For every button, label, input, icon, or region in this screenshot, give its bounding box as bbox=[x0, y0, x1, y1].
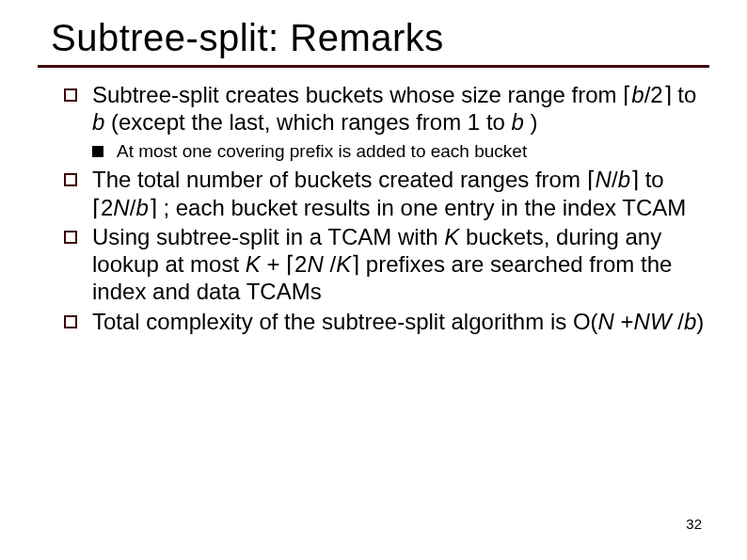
text: Subtree-split creates buckets whose size… bbox=[92, 82, 631, 107]
var-b: b bbox=[618, 167, 630, 192]
bullet-2-text: The total number of buckets created rang… bbox=[92, 166, 709, 221]
var-n: N bbox=[307, 251, 323, 277]
bullet-1-text: Subtree-split creates buckets whose size… bbox=[92, 81, 709, 136]
slide-title: Subtree-split: Remarks bbox=[38, 17, 709, 65]
var-n: N bbox=[113, 195, 129, 220]
bullet-3: Using subtree-split in a TCAM with K buc… bbox=[64, 223, 709, 306]
bullet-4-text: Total complexity of the subtree-split al… bbox=[92, 308, 704, 335]
text: The total number of buckets created rang… bbox=[92, 167, 596, 192]
bullet-1-sub: At most one covering prefix is added to … bbox=[64, 140, 709, 163]
text: (except the last, which ranges from 1 to bbox=[104, 109, 511, 135]
text: / bbox=[324, 251, 336, 277]
var-n: N bbox=[596, 167, 612, 192]
bullet-1-sub-text: At most one covering prefix is added to … bbox=[117, 140, 527, 163]
var-n: N bbox=[598, 309, 614, 334]
text: + bbox=[614, 309, 634, 334]
slide: Subtree-split: Remarks Subtree-split cre… bbox=[0, 0, 747, 560]
bullet-4: Total complexity of the subtree-split al… bbox=[64, 308, 709, 335]
var-b: b bbox=[135, 195, 148, 220]
text: / bbox=[672, 309, 684, 334]
text: ) bbox=[524, 109, 538, 135]
page-number: 32 bbox=[686, 516, 702, 532]
var-b: b bbox=[631, 82, 644, 107]
var-b: b bbox=[684, 309, 696, 334]
title-underline bbox=[38, 65, 709, 68]
bullet-1: Subtree-split creates buckets whose size… bbox=[64, 81, 709, 136]
var-nw: NW bbox=[634, 309, 672, 334]
open-square-icon bbox=[64, 315, 77, 328]
text: ⌉ ; each bucket results in one entry in … bbox=[149, 195, 687, 220]
var-b: b bbox=[512, 109, 524, 135]
open-square-icon bbox=[64, 88, 77, 102]
text: + ⌈2 bbox=[261, 251, 308, 277]
var-b: b bbox=[92, 109, 104, 135]
slide-body: Subtree-split creates buckets whose size… bbox=[38, 81, 709, 335]
text: ) bbox=[696, 309, 704, 334]
text: Total complexity of the subtree-split al… bbox=[92, 309, 598, 334]
text: /2⌉ to bbox=[644, 82, 697, 107]
bullet-3-text: Using subtree-split in a TCAM with K buc… bbox=[92, 223, 709, 306]
open-square-icon bbox=[64, 173, 77, 186]
text: / bbox=[612, 167, 618, 192]
solid-square-icon bbox=[92, 146, 103, 157]
var-k: K bbox=[336, 251, 351, 277]
open-square-icon bbox=[64, 231, 77, 244]
var-k: K bbox=[246, 251, 261, 277]
text: Using subtree-split in a TCAM with bbox=[92, 224, 444, 249]
var-k: K bbox=[444, 224, 459, 249]
bullet-2: The total number of buckets created rang… bbox=[64, 166, 709, 221]
